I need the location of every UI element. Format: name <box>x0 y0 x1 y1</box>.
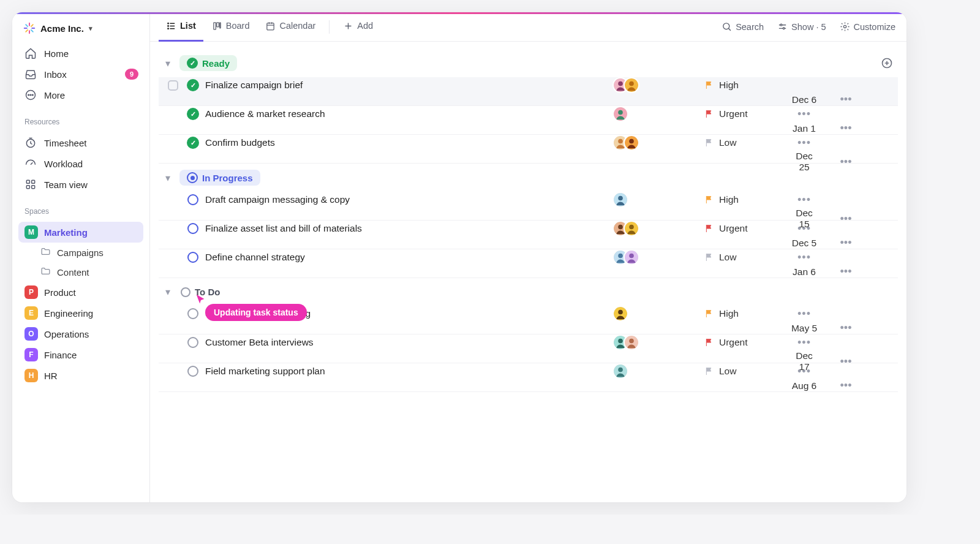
nav-inbox[interactable]: Inbox 9 <box>18 64 143 85</box>
options-menu[interactable]: ••• <box>790 251 818 264</box>
assignees[interactable] <box>612 192 704 208</box>
task-row[interactable]: Finalize campaign brief High Dec 6 ••• <box>159 77 898 106</box>
space-child-campaigns[interactable]: Campaigns <box>34 243 143 262</box>
priority-cell[interactable]: Low <box>704 137 790 148</box>
toolbar-customize[interactable]: Customize <box>834 18 902 36</box>
status-ring-icon[interactable] <box>187 194 198 205</box>
options-menu[interactable]: ••• <box>790 108 818 121</box>
due-date[interactable]: Jan 1 <box>790 123 818 134</box>
task-title[interactable]: Finalize campaign brief <box>205 80 612 91</box>
toolbar-show[interactable]: Show · 5 <box>771 18 832 36</box>
priority-cell[interactable]: Urgent <box>704 223 790 234</box>
task-row[interactable]: Schedule kickoff meeting High ••• May 5 … <box>159 306 898 334</box>
task-checkbox[interactable] <box>159 80 187 91</box>
task-row[interactable]: Customer Beta interviews Urgent ••• Dec … <box>159 334 898 363</box>
assignees[interactable] <box>612 363 704 379</box>
assignees[interactable] <box>612 334 704 350</box>
due-date[interactable]: May 5 <box>790 323 818 334</box>
assignees[interactable] <box>612 221 704 236</box>
group-collapse-icon[interactable]: ▾ <box>162 58 173 69</box>
nav-timesheet[interactable]: Timesheet <box>18 132 143 153</box>
task-row[interactable]: Field marketing support plan Low ••• Aug… <box>159 363 898 392</box>
due-date[interactable]: Aug 6 <box>790 380 818 391</box>
priority-cell[interactable]: Low <box>704 366 790 377</box>
task-title[interactable]: Audience & market research <box>205 108 612 119</box>
workspace-switcher[interactable]: Acme Inc. ▾ <box>12 15 149 39</box>
row-actions[interactable]: ••• <box>818 93 873 106</box>
toolbar-search[interactable]: Search <box>715 18 770 36</box>
task-row[interactable]: Confirm budgets Low ••• Dec 25 ••• <box>159 135 898 164</box>
task-title[interactable]: Define channel strategy <box>205 252 612 263</box>
status-ring-icon[interactable] <box>187 223 198 234</box>
task-row[interactable]: Draft campaign messaging & copy High •••… <box>159 192 898 221</box>
row-actions[interactable]: ••• <box>818 265 873 278</box>
row-actions[interactable]: ••• <box>818 156 873 168</box>
view-tab-calendar[interactable]: Calendar <box>258 12 323 42</box>
task-row[interactable]: Audience & market research Urgent ••• Ja… <box>159 106 898 135</box>
row-actions[interactable]: ••• <box>818 379 873 392</box>
status-done-icon[interactable] <box>187 137 199 149</box>
priority-cell[interactable]: Urgent <box>704 108 790 119</box>
options-menu[interactable]: ••• <box>790 336 818 349</box>
space-item-engineering[interactable]: EEngineering <box>18 303 143 323</box>
space-item-finance[interactable]: FFinance <box>18 344 143 365</box>
space-item-marketing[interactable]: MMarketing <box>18 222 143 243</box>
nav-workload[interactable]: Workload <box>18 153 143 174</box>
status-pill[interactable]: In Progress <box>179 170 260 186</box>
space-item-hr[interactable]: HHR <box>18 365 143 386</box>
status-done-icon[interactable] <box>187 108 199 120</box>
assignees[interactable] <box>612 77 704 93</box>
row-actions[interactable]: ••• <box>818 322 873 334</box>
priority-cell[interactable]: Urgent <box>704 337 790 348</box>
view-tab-add[interactable]: Add <box>336 12 380 42</box>
priority-cell[interactable]: High <box>704 80 790 91</box>
task-row[interactable]: Define channel strategy Low ••• Jan 6 ••… <box>159 249 898 278</box>
add-task-button[interactable] <box>880 56 894 70</box>
row-actions[interactable]: ••• <box>818 213 873 225</box>
assignees[interactable] <box>612 106 704 122</box>
task-row[interactable]: Finalize asset list and bill of material… <box>159 221 898 249</box>
task-title[interactable]: Draft campaign messaging & copy <box>205 194 612 205</box>
status-pill[interactable]: Ready <box>179 55 237 71</box>
task-title[interactable]: Field marketing support plan <box>205 366 612 377</box>
nav-label: Workload <box>44 159 83 169</box>
view-tab-board[interactable]: Board <box>205 12 257 42</box>
nav-teamview[interactable]: Team view <box>18 174 143 195</box>
group-collapse-icon[interactable]: ▾ <box>162 172 173 184</box>
view-tab-list[interactable]: List <box>159 12 203 42</box>
status-ring-icon[interactable] <box>187 252 198 263</box>
status-ring-icon[interactable] <box>187 308 198 319</box>
nav-home[interactable]: Home <box>18 43 143 64</box>
row-actions[interactable]: ••• <box>818 355 873 368</box>
due-date[interactable]: Dec 5 <box>790 238 818 249</box>
space-child-content[interactable]: Content <box>34 262 143 282</box>
options-menu[interactable]: ••• <box>790 308 818 320</box>
options-menu[interactable]: ••• <box>790 194 818 206</box>
task-title[interactable]: Confirm budgets <box>205 137 612 148</box>
nav-more[interactable]: More <box>18 85 143 105</box>
task-title[interactable]: Customer Beta interviews <box>205 337 612 348</box>
due-date[interactable]: Dec 15 <box>790 208 818 230</box>
priority-cell[interactable]: High <box>704 194 790 205</box>
assignees[interactable] <box>612 249 704 265</box>
options-menu[interactable]: ••• <box>790 137 818 149</box>
row-actions[interactable]: ••• <box>818 122 873 135</box>
space-item-product[interactable]: PProduct <box>18 282 143 303</box>
status-ring-icon[interactable] <box>187 366 198 377</box>
status-done-icon[interactable] <box>187 79 199 91</box>
task-title[interactable]: Finalize asset list and bill of material… <box>205 223 612 234</box>
task-title[interactable]: Schedule kickoff meeting <box>205 308 612 319</box>
assignees[interactable] <box>612 135 704 151</box>
priority-cell[interactable]: High <box>704 308 790 319</box>
status-ring-icon[interactable] <box>187 337 198 348</box>
due-date[interactable]: Dec 6 <box>790 94 818 105</box>
assignees[interactable] <box>612 306 704 322</box>
group-collapse-icon[interactable]: ▾ <box>162 286 173 298</box>
due-date[interactable]: Jan 6 <box>790 266 818 278</box>
due-date[interactable]: Dec 17 <box>790 350 818 372</box>
status-pill[interactable]: To Do <box>179 284 227 300</box>
space-item-operations[interactable]: OOperations <box>18 323 143 344</box>
due-date[interactable]: Dec 25 <box>790 151 818 173</box>
row-actions[interactable]: ••• <box>818 236 873 249</box>
priority-cell[interactable]: Low <box>704 252 790 263</box>
